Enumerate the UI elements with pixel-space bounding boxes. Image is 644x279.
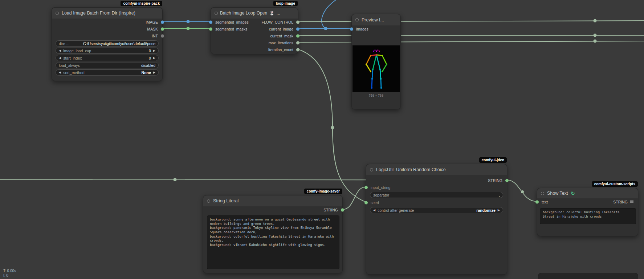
pose-preview-image[interactable] [352, 45, 400, 92]
input-label: images [356, 27, 368, 31]
output-label: STRING [613, 200, 628, 204]
output-label: STRING [323, 208, 338, 212]
output-port-mask[interactable] [161, 27, 164, 31]
output-port-current-mask[interactable] [296, 34, 299, 37]
output-label: current_image [269, 27, 293, 31]
wire-dot [331, 126, 334, 129]
input-port-segmented-masks[interactable] [209, 27, 212, 31]
decrement-arrow-icon[interactable]: ◀ [373, 209, 375, 212]
node-preview-image[interactable]: Preview I... images [351, 14, 401, 109]
input-port-input-string[interactable] [364, 186, 368, 189]
node-status-dot-icon[interactable] [541, 192, 544, 195]
decrement-arrow-icon[interactable]: ◀ [59, 71, 61, 74]
input-row-images: images [352, 25, 400, 32]
io-row: segmented_masks current_image [211, 25, 298, 32]
node-title: Batch Image Loop Open [220, 11, 267, 16]
output-port-int[interactable] [161, 34, 164, 37]
decrement-arrow-icon[interactable]: ◀ [59, 49, 61, 52]
widget-control-after-generate[interactable]: ◀ control after generate randomize ▶ [370, 207, 503, 213]
node-status-dot-icon[interactable] [355, 18, 359, 21]
input-port-seed[interactable] [364, 201, 368, 204]
node-logicutil-random-choice[interactable]: comfyui-jdcn LogicUtil_Uniform Random Ch… [366, 164, 507, 275]
widget-separator[interactable]: separator , [370, 192, 503, 198]
node-title-bar[interactable]: Preview I... [352, 14, 400, 25]
widget-value: 0 [149, 49, 151, 53]
output-label: STRING [488, 178, 502, 183]
wire-dot [324, 27, 327, 30]
stats-time: T: 0.00s [3, 269, 16, 274]
output-label: FLOW_CONTROL [261, 20, 293, 24]
widget-load-always[interactable]: load_always disabled [56, 62, 159, 68]
node-badge: comfyui-jdcn [479, 157, 507, 163]
widget-sort-method[interactable]: ◀ sort_method None ▶ [56, 69, 159, 76]
output-port-max-iterations[interactable] [296, 41, 299, 44]
wire-dot [187, 20, 190, 23]
widget-value: disabled [141, 63, 155, 68]
widget-label: control after generate [378, 208, 414, 213]
partial-node-bottom-right[interactable] [538, 273, 638, 279]
widget-image-load-cap[interactable]: ◀ image_load_cap 0 ▶ [56, 48, 159, 54]
input-port-text[interactable] [535, 200, 539, 203]
widget-directory[interactable]: dire ... C:\Users\syui\git\comfyui\user\… [56, 40, 159, 46]
input-port-images[interactable] [350, 27, 353, 31]
input-port-segmented-images[interactable] [209, 20, 212, 24]
output-port-image[interactable] [161, 20, 164, 24]
node-string-literal[interactable]: comfy-image-saver String Literal STRING … [203, 195, 343, 273]
node-title-bar[interactable]: String Literal [203, 195, 342, 206]
decrement-arrow-icon[interactable]: ◀ [59, 57, 61, 60]
increment-arrow-icon[interactable]: ▶ [153, 49, 155, 52]
wire-max-iterations-right [298, 41, 644, 43]
wire-current-mask-right [298, 35, 644, 36]
node-title-bar[interactable]: Batch Image Loop Open 🐰 ... [211, 8, 298, 19]
refresh-icon: ↻ [571, 191, 575, 196]
output-row: current_mask [211, 32, 298, 39]
show-text-display[interactable]: background: colorful bustling Takeshita … [540, 208, 636, 224]
rabbit-icon: 🐰 [269, 11, 274, 16]
node-title-bar[interactable]: Show Text ↻ [537, 188, 638, 198]
wire-dot [594, 40, 597, 43]
widget-label: sort_method [63, 70, 84, 75]
node-title-bar[interactable]: LogicUtil_Uniform Random Choice [366, 164, 507, 175]
node-status-dot-icon[interactable] [370, 168, 373, 171]
comfyui-canvas[interactable]: { "page": { "stats_time": "T: 0.00s", "s… [0, 0, 644, 279]
node-status-dot-icon[interactable] [207, 199, 210, 203]
output-row: max_iterations [211, 39, 298, 46]
string-literal-textarea[interactable]: background: sunny afternoon on a quiet O… [207, 215, 339, 269]
wire-dot [174, 178, 177, 181]
node-title: Show Text [547, 191, 568, 196]
output-label: iteration_count [268, 48, 293, 52]
node-title-bar[interactable]: Load Image Batch From Dir (Inspire) [52, 8, 162, 19]
widget-label: image_load_cap [63, 49, 91, 53]
widget-start-index[interactable]: ◀ start_index 0 ▶ [56, 55, 159, 61]
node-batch-image-loop[interactable]: loop-image Batch Image Loop Open 🐰 ... s… [211, 7, 298, 54]
wire-dot [521, 190, 524, 193]
output-label: INT [152, 34, 158, 38]
stats-iterations: I: 0 [3, 274, 16, 278]
node-show-text[interactable]: comfyui-custom-scripts Show Text ↻ text … [537, 188, 638, 236]
output-port-iteration-count[interactable] [296, 48, 299, 51]
output-port-flow-control[interactable] [296, 20, 299, 24]
grip-icon[interactable] [630, 200, 633, 203]
input-row-seed: seed [366, 199, 507, 206]
input-label: segmented_masks [215, 27, 247, 31]
node-status-dot-icon[interactable] [215, 12, 218, 15]
widget-label: dire ... [59, 41, 69, 46]
output-port-string[interactable] [341, 208, 344, 211]
increment-arrow-icon[interactable]: ▶ [498, 209, 500, 212]
widget-value: randomize [476, 208, 496, 213]
increment-arrow-icon[interactable]: ▶ [153, 71, 155, 74]
output-label: current_mask [270, 34, 293, 38]
widget-value: 0 [149, 56, 151, 60]
input-label: segmented_images [215, 20, 249, 24]
increment-arrow-icon[interactable]: ▶ [153, 57, 155, 60]
image-resolution-caption: 768 × 768 [352, 94, 400, 97]
node-status-dot-icon[interactable] [56, 12, 59, 15]
widget-value: C:\Users\syui\git\comfyui\user\default\p… [83, 41, 155, 46]
node-badge: comfy-image-saver [304, 189, 342, 194]
node-load-image-batch[interactable]: comfyui-inspire-pack Load Image Batch Fr… [52, 7, 163, 81]
wire-dot [594, 34, 597, 37]
output-port-current-image[interactable] [296, 27, 299, 31]
output-row-mask: MASK [52, 25, 162, 32]
wire-dot [594, 19, 597, 23]
output-port-string[interactable] [505, 179, 509, 182]
